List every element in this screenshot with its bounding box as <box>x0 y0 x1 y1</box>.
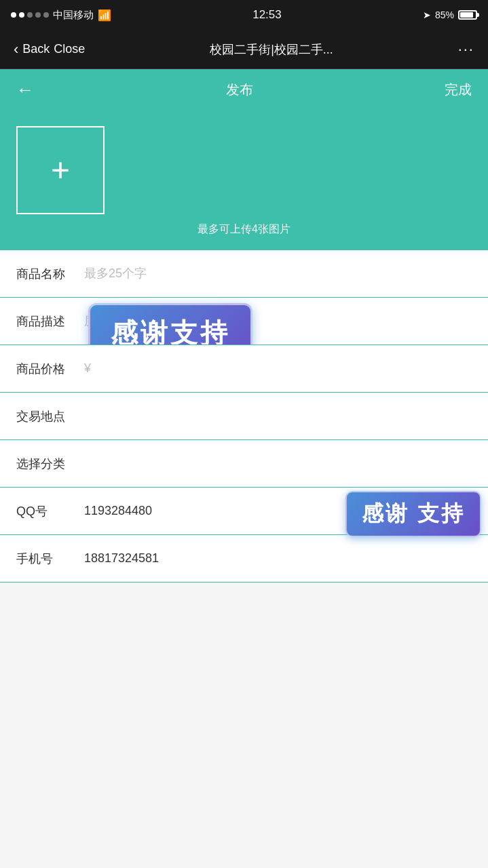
yen-symbol: ¥ <box>84 361 91 376</box>
nav-bar: ‹ Back Close 校园二手街|校园二手... ··· <box>0 30 488 69</box>
phone-label: 手机号 <box>16 551 71 567</box>
battery-percent: 85% <box>435 9 454 20</box>
plus-icon: + <box>51 154 70 186</box>
product-name-input[interactable] <box>84 267 472 281</box>
product-price-row: 商品价格 ¥ <box>0 345 488 393</box>
location-icon: ➤ <box>423 9 431 20</box>
status-left: 中国移动 📶 <box>11 9 111 22</box>
qq-row: QQ号 1193284480 感谢 支持 <box>0 488 488 535</box>
product-desc-input[interactable] <box>84 314 472 328</box>
product-desc-label: 商品描述 <box>16 313 71 330</box>
nav-title: 校园二手街|校园二手... <box>210 41 333 58</box>
product-desc-row: 商品描述 感谢支持 <box>0 298 488 345</box>
nav-chevron-icon: ‹ <box>14 41 18 58</box>
qq-value: 1193284480 <box>84 504 472 518</box>
nav-more-button[interactable]: ··· <box>458 41 474 58</box>
product-price-input[interactable] <box>107 361 472 376</box>
phone-value: 18817324581 <box>84 551 472 566</box>
status-right: ➤ 85% <box>423 9 477 20</box>
battery-icon <box>458 10 477 20</box>
nav-back-close[interactable]: ‹ Back Close <box>14 41 85 58</box>
product-name-label: 商品名称 <box>16 266 71 282</box>
time-label: 12:53 <box>252 8 282 22</box>
category-row: 选择分类 <box>0 440 488 488</box>
nav-back-label[interactable]: Back <box>22 42 50 56</box>
carrier-label: 中国移动 <box>53 9 94 22</box>
wifi-icon: 📶 <box>98 9 111 22</box>
qq-label: QQ号 <box>16 503 71 519</box>
form-area: 商品名称 商品描述 感谢支持 商品价格 ¥ 交易地点 选择分类 QQ号 1193… <box>0 250 488 583</box>
category-label: 选择分类 <box>16 456 71 472</box>
page-header: ← 发布 完成 <box>0 69 488 110</box>
nav-close-label[interactable]: Close <box>54 42 85 56</box>
trade-location-row: 交易地点 <box>0 393 488 440</box>
image-upload-area: + 最多可上传4张图片 <box>0 110 488 250</box>
header-done-button[interactable]: 完成 <box>445 81 472 99</box>
product-price-label: 商品价格 <box>16 361 71 377</box>
phone-row: 手机号 18817324581 <box>0 535 488 583</box>
header-title: 发布 <box>226 81 253 99</box>
trade-location-label: 交易地点 <box>16 408 71 425</box>
upload-hint: 最多可上传4张图片 <box>16 222 472 237</box>
header-back-button[interactable]: ← <box>16 79 34 100</box>
status-bar: 中国移动 📶 12:53 ➤ 85% <box>0 0 488 30</box>
upload-box[interactable]: + <box>16 126 105 214</box>
signal-dots <box>11 12 49 18</box>
product-name-row: 商品名称 <box>0 250 488 298</box>
